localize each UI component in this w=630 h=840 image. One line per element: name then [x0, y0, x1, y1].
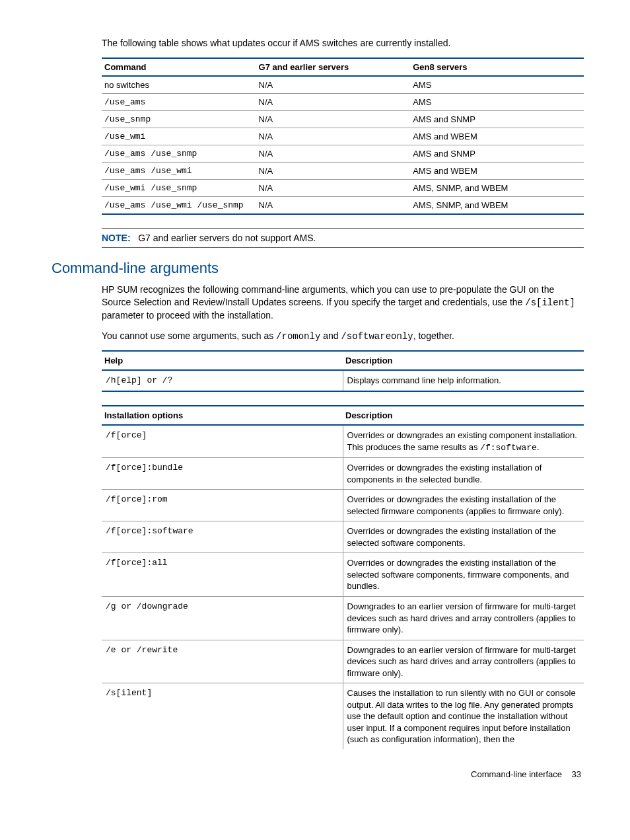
install-cell-desc: Causes the installation to run silently … — [343, 683, 584, 749]
table-row: /f[orce]:bundleOverrides or downgrades t… — [102, 458, 584, 490]
install-cell-arg: /f[orce] — [102, 425, 343, 458]
para2-code2: /softwareonly — [341, 331, 413, 342]
ams-cell-gen8: AMS and WBEM — [410, 162, 584, 179]
footer-page-number: 33 — [572, 769, 581, 779]
table-row: no switchesN/AAMS — [102, 76, 584, 94]
paragraph-1: HP SUM recognizes the following command-… — [102, 284, 584, 322]
ams-cell-command: /use_wmi /use_snmp — [102, 179, 256, 196]
ams-cell-command: /use_ams /use_snmp — [102, 145, 256, 162]
table-row: /f[orce]:allOverrides or downgrades the … — [102, 553, 584, 597]
ams-cell-g7: N/A — [256, 76, 411, 94]
paragraph-2: You cannot use some arguments, such as /… — [102, 330, 584, 343]
ams-header-g7: G7 and earlier servers — [256, 58, 411, 76]
para2-mid: and — [320, 330, 341, 341]
table-row: /e or /rewriteDowngrades to an earlier v… — [102, 640, 584, 683]
ams-cell-command: /use_ams /use_wmi /use_snmp — [102, 196, 256, 214]
install-options-table: Installation options Description /f[orce… — [102, 405, 584, 749]
install-header-desc: Description — [343, 406, 584, 425]
ams-cell-command: /use_snmp — [102, 110, 256, 128]
table-row: /s[ilent]Causes the installation to run … — [102, 683, 584, 749]
ams-cell-g7: N/A — [256, 110, 411, 128]
table-row: /use_amsN/AAMS — [102, 93, 584, 110]
help-header-desc: Description — [343, 351, 584, 370]
install-cell-desc: Overrides or downgrades the existing ins… — [343, 553, 584, 597]
install-cell-desc: Overrides or downgrades an existing comp… — [343, 425, 584, 458]
ams-cell-gen8: AMS, SNMP, and WBEM — [410, 196, 584, 214]
para1-text-b: parameter to proceed with the installati… — [102, 310, 273, 321]
install-cell-arg: /f[orce]:bundle — [102, 458, 343, 490]
install-cell-arg: /f[orce]:all — [102, 553, 343, 597]
table-row: /f[orce]:softwareOverrides or downgrades… — [102, 521, 584, 553]
table-row: /use_ams /use_wmi /use_snmpN/AAMS, SNMP,… — [102, 196, 584, 214]
help-table: Help Description /h[elp] or /?Displays c… — [102, 350, 584, 392]
ams-cell-gen8: AMS, SNMP, and WBEM — [410, 179, 584, 196]
ams-cell-g7: N/A — [256, 145, 411, 162]
ams-cell-gen8: AMS and SNMP — [410, 110, 584, 128]
install-cell-desc: Overrides or downgrades the existing ins… — [343, 521, 584, 553]
ams-cell-command: /use_ams /use_wmi — [102, 162, 256, 179]
install-cell-desc: Overrides or downgrades the existing ins… — [343, 458, 584, 490]
para1-text-a: HP SUM recognizes the following command-… — [102, 284, 554, 307]
ams-cell-command: no switches — [102, 76, 256, 94]
para1-code: /s[ilent] — [525, 297, 575, 308]
page-footer: Command-line interface 33 — [52, 769, 584, 779]
para2-text-b: , together. — [413, 330, 454, 341]
ams-cell-gen8: AMS and SNMP — [410, 145, 584, 162]
install-cell-arg: /g or /downgrade — [102, 597, 343, 640]
install-header-arg: Installation options — [102, 406, 343, 425]
ams-switches-table: Command G7 and earlier servers Gen8 serv… — [102, 57, 584, 215]
ams-cell-g7: N/A — [256, 128, 411, 145]
para2-code1: /romonly — [276, 331, 320, 342]
ams-cell-command: /use_wmi — [102, 128, 256, 145]
install-cell-desc: Downgrades to an earlier version of firm… — [343, 640, 584, 683]
table-row: /h[elp] or /?Displays command line help … — [102, 370, 584, 391]
help-header-arg: Help — [102, 351, 343, 370]
table-row: /use_ams /use_wmiN/AAMS and WBEM — [102, 162, 584, 179]
table-row: /use_wmi /use_snmpN/AAMS, SNMP, and WBEM — [102, 179, 584, 196]
install-cell-arg: /e or /rewrite — [102, 640, 343, 683]
install-cell-desc: Overrides or downgrades the existing ins… — [343, 490, 584, 521]
ams-cell-command: /use_ams — [102, 93, 256, 110]
ams-cell-g7: N/A — [256, 93, 411, 110]
table-row: /f[orce]:romOverrides or downgrades the … — [102, 490, 584, 521]
footer-label: Command-line interface — [471, 769, 562, 779]
note-block: NOTE: G7 and earlier servers do not supp… — [102, 228, 584, 248]
ams-cell-g7: N/A — [256, 179, 411, 196]
install-cell-arg: /f[orce]:rom — [102, 490, 343, 521]
table-row: /f[orce]Overrides or downgrades an exist… — [102, 425, 584, 458]
install-cell-arg: /s[ilent] — [102, 683, 343, 749]
table-row: /use_wmiN/AAMS and WBEM — [102, 128, 584, 145]
ams-cell-g7: N/A — [256, 162, 411, 179]
ams-cell-gen8: AMS — [410, 93, 584, 110]
note-label: NOTE: — [102, 233, 131, 243]
ams-cell-g7: N/A — [256, 196, 411, 214]
table-row: /use_snmpN/AAMS and SNMP — [102, 110, 584, 128]
table-row: /g or /downgradeDowngrades to an earlier… — [102, 597, 584, 640]
install-cell-arg: /f[orce]:software — [102, 521, 343, 553]
help-cell-arg: /h[elp] or /? — [102, 370, 343, 391]
table-row: /use_ams /use_snmpN/AAMS and SNMP — [102, 145, 584, 162]
ams-header-command: Command — [102, 58, 256, 76]
section-heading: Command-line arguments — [52, 260, 584, 277]
para2-text-a: You cannot use some arguments, such as — [102, 330, 276, 341]
install-cell-desc: Downgrades to an earlier version of firm… — [343, 597, 584, 640]
ams-header-gen8: Gen8 servers — [410, 58, 584, 76]
intro-paragraph: The following table shows what updates o… — [102, 37, 584, 50]
note-text: G7 and earlier servers do not support AM… — [138, 233, 316, 243]
help-cell-desc: Displays command line help information. — [343, 370, 584, 391]
ams-cell-gen8: AMS — [410, 76, 584, 94]
ams-cell-gen8: AMS and WBEM — [410, 128, 584, 145]
